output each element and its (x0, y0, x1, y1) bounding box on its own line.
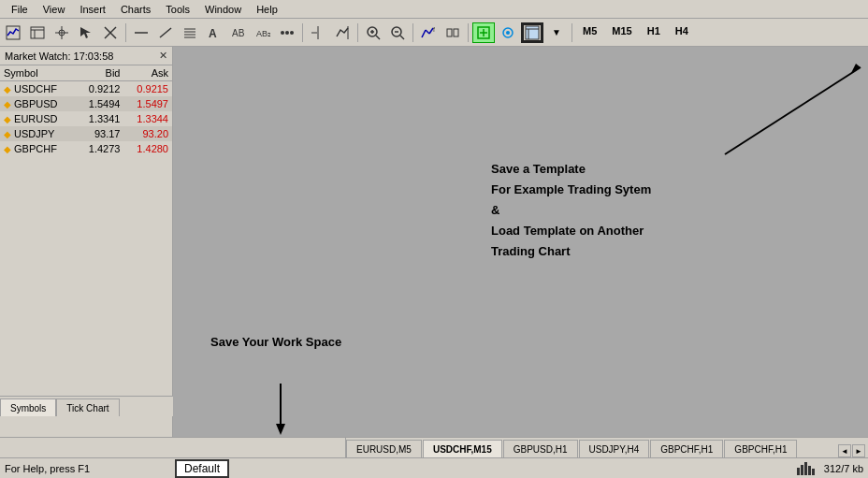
tabs-bar: EURUSD,M5USDCHF,M15GBPUSD,H1USDJPY,H4GBP… (0, 437, 868, 457)
tools-more-btn[interactable] (276, 22, 298, 43)
market-watch-close-btn[interactable]: ✕ (159, 50, 167, 62)
h1-btn[interactable]: H1 (641, 22, 667, 43)
bid-cell-3: 93.17 (76, 126, 124, 141)
add-overlay-btn[interactable] (472, 22, 495, 43)
menu-tools[interactable]: Tools (158, 2, 197, 17)
svg-point-21 (290, 31, 294, 35)
chart-tabs-container: EURUSD,M5USDCHF,M15GBPUSD,H1USDJPY,H4GBP… (346, 440, 835, 457)
menu-window[interactable]: Window (197, 2, 249, 17)
svg-line-11 (160, 28, 171, 37)
svg-line-46 (725, 67, 861, 154)
symbol-cell-3[interactable]: ◆ USDJPY (0, 126, 76, 141)
m5-btn[interactable]: M5 (576, 22, 603, 43)
profiles-btn[interactable] (26, 22, 49, 43)
market-watch-title: Market Watch: 17:03:58 (5, 51, 113, 62)
market-watch-row: ◆ EURUSD 1.3341 1.3344 (0, 111, 172, 126)
tab-tick-chart[interactable]: Tick Chart (56, 398, 119, 416)
sep3 (357, 23, 358, 42)
sep6 (571, 23, 572, 42)
menu-help[interactable]: Help (249, 2, 285, 17)
symbol-cell-4[interactable]: ◆ GBPCHF (0, 141, 76, 156)
symbol-cell-2[interactable]: ◆ EURUSD (0, 111, 76, 126)
fibo-btn[interactable] (179, 22, 201, 43)
dropdown-btn[interactable]: ▼ (545, 22, 568, 43)
chart-tab-1[interactable]: USDCHF,M15 (423, 440, 502, 457)
left-panel: Market Watch: 17:03:58 ✕ Symbol Bid Ask … (0, 47, 173, 437)
tab-spacer (173, 438, 346, 457)
symbol-cell-1[interactable]: ◆ GBPUSD (0, 96, 76, 111)
h4-btn[interactable]: H4 (669, 22, 695, 43)
chart-tab-3[interactable]: USDJPY,H4 (579, 440, 650, 457)
workspace-annotation: Save Your Work Space (210, 333, 341, 353)
svg-marker-7 (80, 27, 91, 38)
tab-scroll-right-btn[interactable]: ► (852, 444, 865, 457)
tab-symbols[interactable]: Symbols (0, 398, 56, 416)
text-btn[interactable]: A (203, 22, 225, 43)
ask-cell-4: 1.4280 (123, 141, 172, 156)
menu-bar: File View Insert Charts Tools Window Hel… (0, 0, 868, 19)
menu-view[interactable]: View (36, 2, 73, 17)
bid-cell-1: 1.5494 (76, 96, 124, 111)
market-watch-table: Symbol Bid Ask ◆ USDCHF 0.9212 0.9215 ◆ … (0, 65, 172, 156)
svg-point-19 (281, 31, 284, 35)
chart-tab-0[interactable]: EURUSD,M5 (346, 440, 422, 457)
ask-cell-2: 1.3344 (123, 111, 172, 126)
svg-marker-49 (276, 424, 285, 435)
zoom-out-btn[interactable] (386, 22, 409, 43)
bid-cell-4: 1.4273 (76, 141, 124, 156)
svg-text:f: f (433, 26, 435, 33)
hline-btn[interactable] (130, 22, 152, 43)
svg-marker-47 (851, 64, 861, 73)
status-right: 312/7 kb (797, 462, 863, 475)
status-help-text: For Help, press F1 (5, 463, 797, 474)
chart-settings-btn[interactable] (497, 22, 519, 43)
left-tabs-bar: Symbols Tick Chart (0, 396, 173, 416)
workspace-label: Default (175, 459, 229, 478)
crosshair-btn[interactable] (51, 22, 73, 43)
svg-rect-43 (526, 26, 539, 39)
status-bar: For Help, press F1 Default 312/7 kb (0, 457, 868, 478)
svg-line-33 (426, 30, 429, 34)
template-btn[interactable] (521, 22, 543, 43)
period-sep-btn[interactable] (307, 22, 329, 43)
m15-btn[interactable]: M15 (605, 22, 638, 43)
menu-insert[interactable]: Insert (72, 2, 113, 17)
tab-scroll-controls: ◄ ► (835, 444, 868, 457)
sep4 (412, 23, 413, 42)
svg-text:AB₂: AB₂ (256, 29, 270, 38)
chart-tab-4[interactable]: GBPCHF,H1 (650, 440, 723, 457)
x2-btn[interactable]: AB₂ (252, 22, 274, 43)
bid-cell-2: 1.3341 (76, 111, 124, 126)
tab-scroll-left-btn[interactable]: ◄ (838, 444, 851, 457)
svg-point-20 (285, 31, 289, 35)
chart-tab-2[interactable]: GBPUSD,H1 (503, 440, 578, 457)
indicators-btn[interactable]: f (417, 22, 440, 43)
sep5 (468, 23, 469, 42)
period-sep2-btn[interactable] (441, 22, 464, 43)
menu-charts[interactable]: Charts (113, 2, 158, 17)
market-watch-header: Market Watch: 17:03:58 ✕ (0, 47, 172, 65)
col-symbol: Symbol (0, 65, 76, 81)
market-watch-body: ◆ USDCHF 0.9212 0.9215 ◆ GBPUSD 1.5494 1… (0, 81, 172, 157)
zoom-btn[interactable] (99, 22, 122, 43)
svg-text:AB: AB (232, 28, 245, 38)
label-btn[interactable]: AB (227, 22, 250, 43)
bid-cell-0: 0.9212 (76, 81, 124, 97)
svg-line-26 (376, 36, 380, 39)
menu-file[interactable]: File (4, 2, 36, 17)
symbol-cell-0[interactable]: ◆ USDCHF (0, 81, 76, 97)
market-watch-row: ◆ GBPCHF 1.4273 1.4280 (0, 141, 172, 156)
col-ask: Ask (123, 65, 172, 81)
svg-line-30 (400, 36, 404, 39)
new-chart-btn[interactable] (2, 22, 24, 43)
market-watch-row: ◆ USDCHF 0.9212 0.9215 (0, 81, 172, 97)
arrow-cursor-btn[interactable] (75, 22, 97, 43)
market-watch-row: ◆ GBPUSD 1.5494 1.5497 (0, 96, 172, 111)
chart-shift-btn[interactable] (331, 22, 354, 43)
svg-point-42 (506, 31, 510, 35)
trendline-btn[interactable] (154, 22, 177, 43)
ask-cell-1: 1.5497 (123, 96, 172, 111)
sep2 (302, 23, 303, 42)
chart-tab-5[interactable]: GBPCHF,H1 (724, 440, 797, 457)
zoom-in-btn[interactable] (362, 22, 384, 43)
